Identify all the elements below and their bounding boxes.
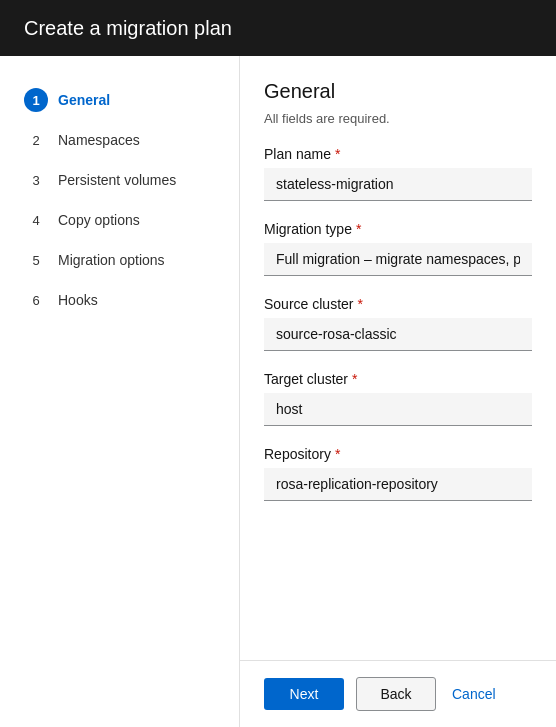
plan-name-required: *	[335, 146, 340, 162]
sidebar-item-migration-options[interactable]: 5 Migration options	[0, 240, 239, 280]
plan-name-group: Plan name *	[264, 146, 532, 201]
content-title: General	[264, 80, 532, 103]
sidebar-item-namespaces-label: Namespaces	[58, 132, 140, 148]
target-cluster-group: Target cluster *	[264, 371, 532, 426]
step-2-number: 2	[24, 128, 48, 152]
sidebar-item-hooks[interactable]: 6 Hooks	[0, 280, 239, 320]
sidebar-item-pv-label: Persistent volumes	[58, 172, 176, 188]
plan-name-input[interactable]	[264, 168, 532, 201]
migration-type-group: Migration type *	[264, 221, 532, 276]
page-title: Create a migration plan	[24, 17, 232, 40]
source-cluster-group: Source cluster *	[264, 296, 532, 351]
page-header: Create a migration plan	[0, 0, 556, 56]
repository-group: Repository *	[264, 446, 532, 501]
repository-required: *	[335, 446, 340, 462]
migration-type-required: *	[356, 221, 361, 237]
sidebar-item-general-label: General	[58, 92, 110, 108]
migration-type-label: Migration type *	[264, 221, 532, 237]
sidebar-item-copy-label: Copy options	[58, 212, 140, 228]
back-button[interactable]: Back	[356, 677, 436, 711]
sidebar-item-persistent-volumes[interactable]: 3 Persistent volumes	[0, 160, 239, 200]
step-5-number: 5	[24, 248, 48, 272]
target-cluster-label: Target cluster *	[264, 371, 532, 387]
step-1-number: 1	[24, 88, 48, 112]
step-3-number: 3	[24, 168, 48, 192]
source-cluster-required: *	[357, 296, 362, 312]
sidebar-item-general[interactable]: 1 General	[0, 80, 239, 120]
sidebar-item-hooks-label: Hooks	[58, 292, 98, 308]
repository-input[interactable]	[264, 468, 532, 501]
repository-label: Repository *	[264, 446, 532, 462]
sidebar-item-namespaces[interactable]: 2 Namespaces	[0, 120, 239, 160]
next-button[interactable]: Next	[264, 678, 344, 710]
sidebar: 1 General 2 Namespaces 3 Persistent volu…	[0, 56, 240, 727]
target-cluster-input[interactable]	[264, 393, 532, 426]
required-note: All fields are required.	[264, 111, 532, 126]
source-cluster-label: Source cluster *	[264, 296, 532, 312]
source-cluster-input[interactable]	[264, 318, 532, 351]
step-4-number: 4	[24, 208, 48, 232]
migration-type-input[interactable]	[264, 243, 532, 276]
plan-name-label: Plan name *	[264, 146, 532, 162]
step-6-number: 6	[24, 288, 48, 312]
footer-actions: Next Back Cancel	[240, 660, 556, 727]
target-cluster-required: *	[352, 371, 357, 387]
sidebar-item-migration-label: Migration options	[58, 252, 165, 268]
sidebar-item-copy-options[interactable]: 4 Copy options	[0, 200, 239, 240]
content-area: General All fields are required. Plan na…	[240, 56, 556, 727]
cancel-button[interactable]: Cancel	[448, 678, 500, 710]
